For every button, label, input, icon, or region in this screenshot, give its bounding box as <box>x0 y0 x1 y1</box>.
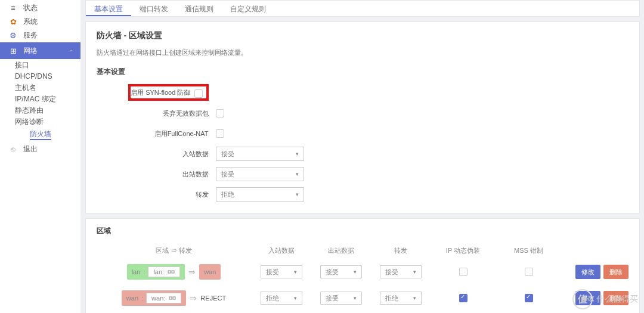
tabs: 基本设置 端口转发 通信规则 自定义规则 <box>85 0 640 17</box>
zones-head: 区域 ⇒ 转发 入站数据 出站数据 转发 IP 动态伪装 MSS 钳制 <box>97 242 628 259</box>
dropinvalid-label: 丢弃无效数据包 <box>97 109 216 118</box>
watermark-text: 什么值得买 <box>596 294 638 305</box>
zone-output-select[interactable]: 接受▾ <box>320 292 362 305</box>
svg-rect-1 <box>172 271 174 273</box>
forward-select[interactable]: 拒绝▾ <box>216 187 304 202</box>
tab-portfwd[interactable]: 端口转发 <box>131 1 177 16</box>
link-icon: ⚙ <box>9 32 17 40</box>
zones-table: 区域 ⇒ 转发 入站数据 出站数据 转发 IP 动态伪装 MSS 钳制 lan:… <box>97 242 628 311</box>
nav-services[interactable]: ⚙ 服务 <box>0 29 80 42</box>
svg-rect-0 <box>168 271 171 273</box>
fullcone-checkbox[interactable] <box>216 129 224 138</box>
svg-rect-2 <box>169 297 172 299</box>
zone-src-if: lan: <box>148 266 180 277</box>
arrow-icon: ⇒ <box>185 267 199 277</box>
nav-network[interactable]: ⊞ 网络 › <box>0 42 80 59</box>
network-if-icon <box>169 295 176 302</box>
zone-forward-select[interactable]: 拒绝▾ <box>380 292 422 305</box>
network-if-icon <box>168 268 175 275</box>
tab-custom[interactable]: 自定义规则 <box>222 1 274 16</box>
zone-edit-button[interactable]: 修改 <box>575 265 600 279</box>
zone-row: lan: lan: ⇒ wan 接受▾ 接受▾ 接受▾ 修改 删除 <box>97 259 628 285</box>
zone-delete-button[interactable]: 删除 <box>603 265 628 279</box>
nav-logout[interactable]: ⎋ 退出 <box>0 142 80 156</box>
sidebar: ≡ 状态 ✿ 系统 ⚙ 服务 ⊞ 网络 › 接口 DHCP/DNS 主机名 IP… <box>0 0 80 313</box>
tab-general[interactable]: 基本设置 <box>86 1 131 16</box>
caret-down-icon: ▾ <box>413 269 416 275</box>
zone-src-badge: lan: lan: <box>127 264 185 280</box>
caret-down-icon: ▾ <box>296 191 299 197</box>
caret-down-icon: ▾ <box>294 269 297 275</box>
arrow-icon: ⇒ <box>186 293 200 303</box>
sub-diag[interactable]: 网络诊断 <box>0 116 80 128</box>
output-label: 出站数据 <box>97 170 216 179</box>
output-select[interactable]: 接受▾ <box>216 167 304 181</box>
nav-label: 网络 <box>23 46 38 56</box>
nav-label: 系统 <box>23 17 38 27</box>
zone-src-if: wan: <box>146 293 181 303</box>
caret-down-icon: ▾ <box>354 295 357 301</box>
synflood-label: 启用 SYN-flood 防御 <box>131 89 190 96</box>
input-label: 入站数据 <box>97 150 216 159</box>
zone-mss-checkbox[interactable] <box>525 294 533 302</box>
sub-dhcpdns[interactable]: DHCP/DNS <box>0 71 80 82</box>
highlight-box: 启用 SYN-flood 防御 <box>128 84 208 101</box>
page-title: 防火墙 - 区域设置 <box>97 30 628 41</box>
zone-output-select[interactable]: 接受▾ <box>320 265 362 278</box>
zone-dst-reject: REJECT <box>200 290 226 306</box>
sub-hostnames[interactable]: 主机名 <box>0 82 80 94</box>
nav-label: 服务 <box>23 30 38 41</box>
sub-routes[interactable]: 静态路由 <box>0 105 80 116</box>
basic-form: 启用 SYN-flood 防御 丢弃无效数据包 启用FullCone-NAT 入… <box>97 83 628 204</box>
fullcone-label: 启用FullCone-NAT <box>97 129 216 138</box>
zones-title: 区域 <box>97 226 628 236</box>
zone-input-select[interactable]: 接受▾ <box>261 265 302 278</box>
gear-icon: ✿ <box>9 18 17 26</box>
input-select[interactable]: 接受▾ <box>216 147 304 161</box>
nav-label: 状态 <box>23 3 38 13</box>
zone-dst-badge: wan <box>199 264 221 280</box>
caret-down-icon: ▾ <box>296 151 299 157</box>
nav-network-sub: 接口 DHCP/DNS 主机名 IP/MAC 绑定 静态路由 网络诊断 防火墙 <box>0 59 80 142</box>
logout-icon: ⎋ <box>9 145 17 154</box>
watermark: 值 什么值得买 <box>572 289 638 309</box>
network-icon: ⊞ <box>9 47 17 55</box>
sub-interfaces[interactable]: 接口 <box>0 60 80 71</box>
card-zones: 区域 区域 ⇒ 转发 入站数据 出站数据 转发 IP 动态伪装 MSS 钳制 l… <box>85 218 640 313</box>
synflood-checkbox[interactable] <box>194 89 203 98</box>
zone-row: wan: wan: ⇒ REJECT 拒绝▾ 接受▾ 拒绝▾ 修改 删除 <box>97 285 628 311</box>
caret-down-icon: ▾ <box>296 171 299 177</box>
zone-masq-checkbox[interactable] <box>459 294 467 302</box>
basic-title: 基本设置 <box>97 67 628 77</box>
nav-system[interactable]: ✿ 系统 <box>0 15 80 29</box>
nav-label: 退出 <box>23 144 38 154</box>
svg-rect-3 <box>173 297 175 299</box>
card-main: 防火墙 - 区域设置 防火墙通过在网络接口上创建区域来控制网络流量。 基本设置 … <box>85 21 640 213</box>
dropinvalid-checkbox[interactable] <box>216 109 224 117</box>
sub-ipmac[interactable]: IP/MAC 绑定 <box>0 94 80 105</box>
tab-traffic[interactable]: 通信规则 <box>177 1 222 16</box>
bars-icon: ≡ <box>9 4 17 13</box>
page-desc: 防火墙通过在网络接口上创建区域来控制网络流量。 <box>97 48 628 57</box>
chevron-down-icon: › <box>68 50 74 52</box>
caret-down-icon: ▾ <box>354 269 357 275</box>
caret-down-icon: ▾ <box>413 295 416 301</box>
zone-src-badge: wan: wan: <box>122 290 187 306</box>
forward-label: 转发 <box>97 190 216 199</box>
zone-input-select[interactable]: 拒绝▾ <box>261 292 302 305</box>
watermark-icon: 值 <box>572 289 593 309</box>
main-content: 基本设置 端口转发 通信规则 自定义规则 防火墙 - 区域设置 防火墙通过在网络… <box>80 0 644 313</box>
zone-masq-checkbox[interactable] <box>459 268 467 276</box>
caret-down-icon: ▾ <box>294 295 297 301</box>
nav-status[interactable]: ≡ 状态 <box>0 1 80 15</box>
zone-forward-select[interactable]: 接受▾ <box>380 265 422 278</box>
zone-mss-checkbox[interactable] <box>525 268 533 276</box>
sub-firewall[interactable]: 防火墙 <box>30 129 51 140</box>
